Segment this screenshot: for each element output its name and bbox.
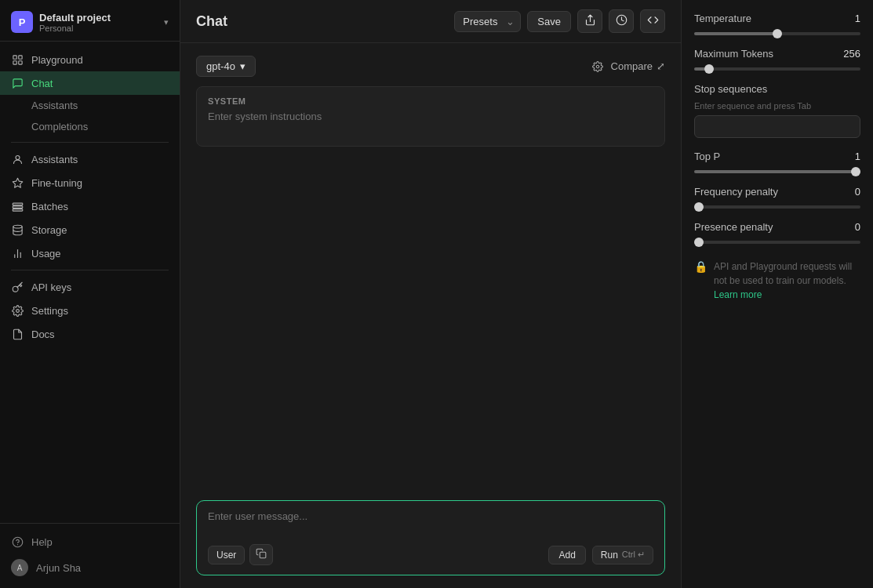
compare-label: Compare (611, 60, 653, 72)
presets-wrapper: Presets (454, 11, 521, 32)
sidebar-item-docs[interactable]: Docs (0, 322, 180, 346)
copy-button[interactable] (249, 544, 273, 565)
sidebar-item-settings[interactable]: Settings (0, 299, 180, 322)
sidebar-divider (11, 142, 169, 143)
system-box: SYSTEM (196, 86, 665, 147)
project-selector[interactable]: P Default project Personal ▾ (0, 0, 180, 42)
model-select-button[interactable]: gpt-4o ▾ (196, 56, 256, 77)
sidebar-item-batches[interactable]: Batches (0, 194, 180, 218)
run-button[interactable]: Run Ctrl ↵ (592, 546, 653, 564)
message-textarea[interactable] (208, 510, 653, 534)
main-header: Chat Presets Save (180, 0, 681, 43)
key-icon (11, 281, 24, 293)
sidebar-item-label-usage: Usage (31, 248, 61, 260)
user-button[interactable]: User (208, 546, 245, 564)
sidebar-item-finetuning[interactable]: Fine-tuning (0, 171, 180, 194)
presets-select[interactable]: Presets (454, 11, 521, 32)
stop-sequences-input[interactable] (694, 115, 860, 138)
model-name: gpt-4o (206, 60, 235, 72)
assistants-icon (11, 153, 24, 165)
finetune-icon (11, 176, 24, 189)
code-button[interactable] (640, 9, 665, 33)
sidebar-item-label-apikeys: API keys (31, 281, 71, 293)
temperature-section: Temperature 1 (694, 13, 860, 35)
tune-button[interactable] (592, 61, 603, 72)
page-title: Chat (196, 13, 227, 30)
presence-penalty-value: 0 (855, 221, 860, 233)
storage-icon (11, 223, 24, 236)
run-shortcut: Ctrl ↵ (622, 550, 645, 560)
playground-icon (11, 53, 24, 66)
system-label: SYSTEM (208, 96, 653, 106)
svg-rect-7 (13, 209, 23, 211)
docs-icon (11, 328, 24, 340)
project-sub: Personal (39, 24, 111, 33)
sidebar-item-user[interactable]: A Arjun Sha (0, 554, 180, 582)
main-content: Chat Presets Save (180, 0, 681, 588)
max-tokens-value: 256 (843, 48, 860, 60)
sidebar-item-storage[interactable]: Storage (0, 218, 180, 241)
sidebar-item-label-playground: Playground (31, 54, 83, 66)
svg-rect-6 (13, 205, 23, 208)
frequency-penalty-slider[interactable] (694, 205, 860, 209)
message-bottom-bar: User Add Run Ctrl ↵ (208, 544, 653, 565)
svg-rect-2 (13, 60, 16, 64)
learn-more-link[interactable]: Learn more (714, 289, 762, 300)
model-bar: gpt-4o ▾ Compare ⤢ (196, 56, 665, 77)
save-label: Save (537, 16, 561, 27)
sidebar-item-chat[interactable]: Chat (0, 71, 180, 95)
sidebar-item-label-docs: Docs (31, 328, 55, 340)
chat-area: gpt-4o ▾ Compare ⤢ SYSTEM (180, 43, 681, 588)
compare-icon: ⤢ (657, 60, 665, 72)
temperature-slider[interactable] (694, 32, 860, 35)
sidebar-item-label-storage: Storage (31, 224, 67, 236)
sidebar-item-completions-sub[interactable]: Completions (0, 116, 180, 137)
stop-sequences-label: Stop sequences (694, 83, 767, 95)
frequency-penalty-value: 0 (855, 186, 860, 198)
add-button[interactable]: Add (548, 546, 585, 564)
code-icon (647, 14, 659, 28)
right-panel: Temperature 1 Maximum Tokens 256 Stop se… (681, 0, 873, 588)
help-icon (11, 535, 24, 548)
svg-point-18 (596, 65, 599, 68)
chat-messages (196, 156, 665, 491)
sidebar-item-help[interactable]: Help (0, 530, 180, 554)
max-tokens-section: Maximum Tokens 256 (694, 48, 860, 71)
sidebar-item-label-settings: Settings (31, 305, 68, 317)
sidebar-item-label-assistants: Assistants (31, 154, 78, 165)
message-bottom-right: Add Run Ctrl ↵ (548, 546, 653, 564)
share-icon (584, 14, 596, 28)
user-avatar: A (11, 559, 28, 576)
svg-rect-19 (260, 552, 267, 558)
history-button[interactable] (609, 9, 634, 33)
sidebar: P Default project Personal ▾ Playground … (0, 0, 180, 588)
save-button[interactable]: Save (527, 11, 571, 32)
compare-button[interactable]: Compare ⤢ (611, 60, 665, 72)
sidebar-item-usage[interactable]: Usage (0, 241, 180, 265)
svg-point-4 (16, 155, 20, 159)
system-input[interactable] (208, 111, 653, 134)
presence-penalty-section: Presence penalty 0 (694, 221, 860, 244)
sidebar-item-apikeys[interactable]: API keys (0, 275, 180, 299)
tune-icon (592, 61, 603, 72)
usage-icon (11, 247, 24, 260)
sidebar-sub-label-completions: Completions (31, 121, 88, 132)
temperature-value: 1 (855, 13, 860, 24)
model-actions: Compare ⤢ (592, 60, 665, 72)
top-p-slider[interactable] (694, 170, 860, 173)
sidebar-item-assistants[interactable]: Assistants (0, 147, 180, 171)
sidebar-footer: Help A Arjun Sha (0, 523, 180, 588)
sidebar-divider-2 (11, 270, 169, 270)
top-p-value: 1 (855, 151, 860, 162)
presence-penalty-slider[interactable] (694, 241, 860, 244)
max-tokens-slider[interactable] (694, 67, 860, 71)
share-button[interactable] (577, 9, 602, 33)
sidebar-item-playground[interactable]: Playground (0, 48, 180, 71)
frequency-penalty-section: Frequency penalty 0 (694, 186, 860, 209)
sidebar-item-label-chat: Chat (31, 78, 53, 89)
svg-point-13 (16, 309, 19, 312)
header-actions: Presets Save (454, 9, 665, 33)
info-text: API and Playground requests will not be … (714, 260, 860, 302)
model-chevron-icon: ▾ (240, 60, 246, 72)
sidebar-item-assistants-sub[interactable]: Assistants (0, 95, 180, 116)
